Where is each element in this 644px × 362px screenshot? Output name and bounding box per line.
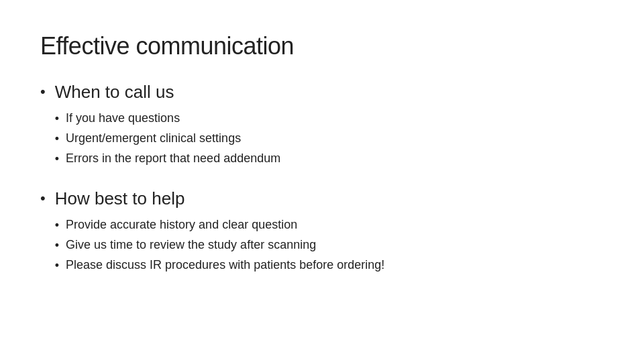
main-item-label-1: When to call us (55, 82, 281, 103)
sub-text: Urgent/emergent clinical settings (66, 129, 241, 147)
list-item: • How best to help • Provide accurate hi… (40, 188, 604, 276)
list-item: • When to call us • If you have question… (40, 82, 604, 170)
sub-bullet: • (55, 217, 59, 235)
sub-list-2: • Provide accurate history and clear que… (55, 216, 385, 276)
main-list: • When to call us • If you have question… (40, 82, 604, 276)
sub-bullet: • (55, 257, 59, 275)
sub-bullet: • (55, 150, 59, 168)
sub-bullet: • (55, 110, 59, 128)
main-item-content-1: When to call us • If you have questions … (55, 82, 281, 170)
sub-text: Errors in the report that need addendum (66, 149, 280, 168)
sub-text: Give us time to review the study after s… (66, 236, 316, 254)
sub-list-item: • Provide accurate history and clear que… (55, 216, 385, 235)
sub-text: Please discuss IR procedures with patien… (66, 256, 384, 274)
main-item-content-2: How best to help • Provide accurate hist… (55, 188, 385, 276)
sub-bullet: • (55, 237, 59, 255)
sub-list-item: • Urgent/emergent clinical settings (55, 129, 281, 148)
main-item-label-2: How best to help (55, 188, 385, 209)
sub-text: If you have questions (66, 109, 180, 127)
sub-list-item: • Give us time to review the study after… (55, 236, 385, 255)
sub-list-item: • Errors in the report that need addendu… (55, 149, 281, 168)
sub-text: Provide accurate history and clear quest… (66, 216, 297, 234)
sub-list-item: • Please discuss IR procedures with pati… (55, 256, 385, 275)
sub-list-1: • If you have questions • Urgent/emergen… (55, 109, 281, 170)
sub-bullet: • (55, 130, 59, 148)
main-bullet-2: • (40, 190, 46, 207)
slide-title: Effective communication (40, 32, 604, 60)
main-bullet-1: • (40, 83, 46, 101)
sub-list-item: • If you have questions (55, 109, 281, 128)
slide: Effective communication • When to call u… (0, 0, 644, 362)
